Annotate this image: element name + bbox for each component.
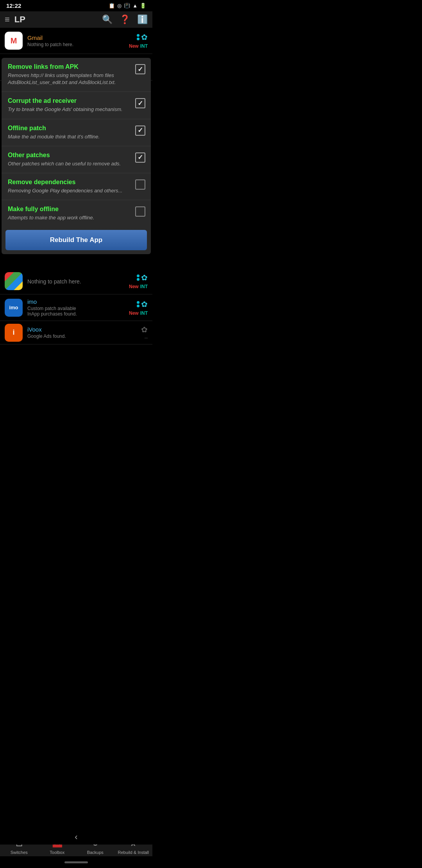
checkbox-offline-patch[interactable] [135, 126, 145, 136]
checkbox-remove-links[interactable] [135, 64, 145, 74]
app-icon-home [5, 272, 23, 290]
status-icons: 📋 ◎ 📳 ▲ 🔋 [109, 3, 146, 9]
app-info-imo: imo Custom patch availableInApp purchase… [27, 298, 129, 317]
flower-icon: ✿ [141, 299, 148, 309]
checkbox-make-offline[interactable] [135, 206, 145, 217]
app-badges: ✿ ··· [141, 325, 148, 340]
modal-item-remove-links[interactable]: Remove links from APK Removes http:// li… [2, 58, 151, 92]
app-badges: ✿ New INT [129, 32, 148, 49]
badge-row-2: New INT [129, 310, 148, 316]
badge-row: ✿ [137, 32, 148, 42]
modal-item-title: Corrupt the ad receiver [8, 97, 131, 104]
modal-item-desc: Removing Google Play dependencies and ot… [8, 187, 131, 194]
status-time: 12:22 [6, 2, 21, 9]
app-info-ivoox: iVoox Google Ads found. [27, 326, 141, 339]
menu-icon[interactable]: ≡ [5, 14, 10, 25]
dots-icon [137, 274, 139, 281]
list-item[interactable]: M Gmail Nothing to patch here. ✿ New INT [0, 28, 152, 54]
app-desc: Custom patch availableInApp purchases fo… [27, 306, 129, 317]
circle-icon: ◎ [117, 3, 122, 9]
list-item[interactable]: Nothing to patch here. ✿ New INT [0, 268, 152, 294]
list-item[interactable]: imo imo Custom patch availableInApp purc… [0, 294, 152, 321]
modal-item-title: Remove dependencies [8, 179, 131, 186]
patch-modal: Remove links from APK Removes http:// li… [2, 58, 151, 254]
modal-item-remove-dependencies[interactable]: Remove dependencies Removing Google Play… [2, 173, 151, 200]
battery-icon: 🔋 [140, 3, 146, 9]
badge-new: New [129, 284, 139, 289]
flower-icon: ✿ [141, 32, 148, 42]
list-item-partial[interactable]: i iVoox Google Ads found. ✿ ··· [0, 321, 152, 344]
app-title: LP [14, 14, 95, 25]
badge-int: INT [140, 43, 148, 49]
modal-item-desc: Make the ad module think that it's offli… [8, 133, 131, 140]
status-bar: 12:22 📋 ◎ 📳 ▲ 🔋 [0, 0, 152, 11]
modal-item-corrupt-ad[interactable]: Corrupt the ad receiver Try to break the… [2, 92, 151, 119]
app-badges: ✿ New INT [129, 273, 148, 289]
signal-icon: ▲ [132, 3, 138, 9]
toolbar: ≡ LP 🔍 ❓ ℹ️ [0, 11, 152, 28]
badge-row: ✿ [137, 273, 148, 282]
modal-item-title: Other patches [8, 152, 131, 159]
app-icon-ivoox: i [5, 324, 23, 342]
modal-item-other-patches[interactable]: Other patches Other patches which can be… [2, 146, 151, 173]
modal-item-desc: Attempts to make the app work offline. [8, 214, 131, 221]
app-icon-gmail: M [5, 32, 23, 50]
badge-row-2: New INT [129, 43, 148, 49]
badge-int: INT [140, 284, 148, 289]
checkbox-corrupt-ad[interactable] [135, 98, 145, 108]
clipboard-icon: 📋 [109, 3, 115, 9]
app-name: imo [27, 298, 129, 305]
modal-item-desc: Try to break the Google Ads' obtaining m… [8, 106, 131, 113]
rebuild-app-button[interactable]: Rebuild The App [5, 230, 147, 250]
app-desc: Nothing to patch here. [27, 42, 129, 47]
app-name: iVoox [27, 326, 141, 333]
checkbox-other-patches[interactable] [135, 152, 145, 163]
badge-int: INT [140, 310, 148, 316]
badge-new: New [129, 43, 139, 49]
help-icon[interactable]: ❓ [120, 14, 130, 25]
modal-item-desc: Other patches which can be useful to rem… [8, 160, 131, 167]
modal-item-make-offline[interactable]: Make fully offline Attempts to make the … [2, 200, 151, 227]
modal-item-title: Remove links from APK [8, 63, 131, 70]
badge-row-2: New INT [129, 284, 148, 289]
dots-icon [137, 34, 139, 40]
checkbox-remove-dependencies[interactable] [135, 179, 145, 190]
modal-item-title: Offline patch [8, 125, 131, 132]
badge-new: New [129, 310, 139, 316]
info-icon[interactable]: ℹ️ [137, 14, 148, 25]
app-info-home: Nothing to patch here. [27, 278, 129, 285]
search-icon[interactable]: 🔍 [102, 14, 113, 25]
dots-icon [137, 301, 139, 307]
app-name: Gmail [27, 34, 129, 41]
app-desc: Nothing to patch here. [27, 278, 129, 285]
modal-item-title: Make fully offline [8, 206, 131, 213]
flower-icon: ✿ [141, 273, 148, 282]
app-desc: Google Ads found. [27, 334, 141, 339]
app-badges: ✿ New INT [129, 299, 148, 316]
bottom-app-list: Nothing to patch here. ✿ New INT imo imo… [0, 268, 152, 344]
modal-item-offline-patch[interactable]: Offline patch Make the ad module think t… [2, 119, 151, 146]
app-icon-imo: imo [5, 299, 23, 317]
modal-item-desc: Removes http:// links using templates fr… [8, 72, 131, 86]
flower-icon: ✿ [141, 325, 148, 334]
badge-row: ✿ [137, 299, 148, 309]
app-info-gmail: Gmail Nothing to patch here. [27, 34, 129, 47]
vibrate-icon: 📳 [124, 3, 130, 9]
